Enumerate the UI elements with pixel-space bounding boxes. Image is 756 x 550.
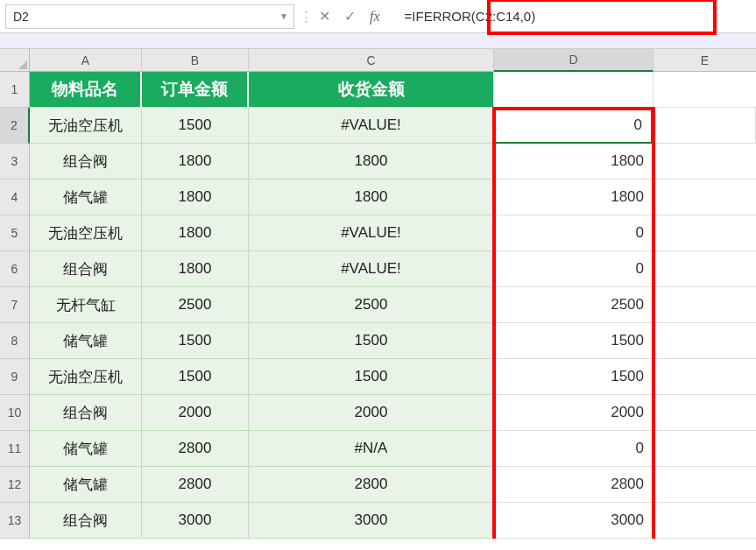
table-header-cell[interactable]: 订单金额	[142, 72, 249, 108]
table-cell-receive-amount[interactable]: 2000	[249, 395, 494, 431]
table-cell-receive-amount[interactable]: #VALUE!	[249, 108, 494, 144]
table-cell-order-amount[interactable]: 1800	[142, 251, 249, 287]
table-cell-receive-amount[interactable]: 1800	[249, 144, 494, 180]
table-header-cell[interactable]: 物料品名	[30, 72, 142, 108]
empty-cell[interactable]	[494, 72, 654, 108]
formula-text: =IFERROR(C2:C14,0)	[405, 9, 536, 24]
table-cell-receive-amount[interactable]: 2500	[249, 287, 494, 323]
row-header[interactable]: 1	[0, 72, 30, 108]
table-cell-receive-amount[interactable]: 1500	[249, 323, 494, 359]
result-cell[interactable]: 2500	[494, 287, 654, 323]
result-cell[interactable]: 0	[494, 431, 654, 467]
col-header-d[interactable]: D	[494, 49, 654, 72]
row-header[interactable]: 4	[0, 180, 30, 215]
column-header-row: A B C D E	[30, 49, 756, 72]
table-cell-receive-amount[interactable]: 1800	[249, 180, 494, 215]
horizontal-ruler	[0, 33, 756, 49]
spreadsheet-grid: 12345678910111213 A B C D E 物料品名订单金额收货金额…	[0, 49, 756, 539]
table-cell-order-amount[interactable]: 1800	[142, 144, 249, 180]
row-header[interactable]: 5	[0, 215, 30, 251]
table-cell-receive-amount[interactable]: #VALUE!	[249, 215, 494, 251]
table-cell-name[interactable]: 组合阀	[30, 503, 142, 539]
row-header[interactable]: 3	[0, 144, 30, 180]
table-cell-name[interactable]: 组合阀	[30, 395, 142, 431]
col-header-e[interactable]: E	[654, 49, 756, 72]
row-header[interactable]: 13	[0, 503, 30, 539]
table-cell-receive-amount[interactable]: 2800	[249, 467, 494, 503]
table-cell-order-amount[interactable]: 1500	[142, 359, 249, 395]
accept-formula-icon[interactable]: ✓	[344, 8, 356, 25]
name-box-value: D2	[13, 10, 29, 24]
table-cell-order-amount[interactable]: 3000	[142, 503, 249, 539]
empty-cell[interactable]	[653, 108, 756, 144]
chevron-down-icon[interactable]: ▼	[279, 11, 288, 21]
row-header[interactable]: 10	[0, 395, 30, 431]
table-cell-order-amount[interactable]: 2800	[142, 467, 249, 503]
table-cell-name[interactable]: 无油空压机	[30, 108, 142, 144]
row-header-column: 12345678910111213	[0, 49, 30, 539]
table-cell-order-amount[interactable]: 2000	[142, 395, 249, 431]
result-cell[interactable]: 1800	[494, 144, 654, 180]
table-cell-order-amount[interactable]: 2500	[142, 287, 249, 323]
name-box[interactable]: D2 ▼	[5, 4, 294, 29]
table-cell-name[interactable]: 储气罐	[30, 431, 142, 467]
row-header[interactable]: 11	[0, 431, 30, 467]
table-cell-receive-amount[interactable]: #VALUE!	[249, 251, 494, 287]
table-cell-receive-amount[interactable]: #N/A	[249, 431, 494, 467]
table-cell-order-amount[interactable]: 1800	[142, 180, 249, 215]
table-cell-name[interactable]: 无油空压机	[30, 215, 142, 251]
row-header[interactable]: 7	[0, 287, 30, 323]
select-all-corner[interactable]	[0, 49, 30, 72]
empty-cell[interactable]	[654, 503, 756, 539]
row-header[interactable]: 2	[0, 108, 30, 144]
row-header[interactable]: 9	[0, 359, 30, 395]
row-header[interactable]: 12	[0, 467, 30, 503]
formula-controls: ✕ ✓ fx	[310, 8, 398, 25]
table-cell-name[interactable]: 组合阀	[30, 144, 142, 180]
col-header-c[interactable]: C	[249, 49, 494, 72]
fx-icon[interactable]: fx	[370, 9, 389, 25]
col-header-b[interactable]: B	[142, 49, 249, 72]
result-cell[interactable]: 1500	[494, 359, 654, 395]
table-cell-order-amount[interactable]: 1800	[142, 215, 249, 251]
empty-cell[interactable]	[654, 323, 756, 359]
result-cell[interactable]: 1500	[494, 323, 654, 359]
formula-input[interactable]: =IFERROR(C2:C14,0)	[398, 4, 756, 29]
table-cell-name[interactable]: 储气罐	[30, 467, 142, 503]
result-cell[interactable]: 2000	[494, 395, 654, 431]
row-header[interactable]: 6	[0, 251, 30, 287]
table-cell-name[interactable]: 组合阀	[30, 251, 142, 287]
result-cell[interactable]: 1800	[494, 180, 654, 215]
table-cell-order-amount[interactable]: 1500	[142, 323, 249, 359]
result-cell[interactable]: 0	[494, 251, 654, 287]
cancel-formula-icon[interactable]: ✕	[319, 8, 330, 25]
result-cell[interactable]: 3000	[494, 503, 654, 539]
table-cell-name[interactable]: 储气罐	[30, 180, 142, 215]
table-cell-name[interactable]: 无油空压机	[30, 359, 142, 395]
empty-cell[interactable]	[654, 180, 756, 215]
empty-cell[interactable]	[654, 395, 756, 431]
empty-cell[interactable]	[654, 144, 756, 180]
empty-cell[interactable]	[654, 72, 756, 108]
empty-cell[interactable]	[654, 359, 756, 395]
empty-cell[interactable]	[654, 431, 756, 467]
result-cell[interactable]: 2800	[494, 467, 654, 503]
col-header-a[interactable]: A	[30, 49, 142, 72]
empty-cell[interactable]	[654, 467, 756, 503]
empty-cell[interactable]	[654, 251, 756, 287]
empty-cell[interactable]	[654, 287, 756, 323]
table-cell-order-amount[interactable]: 1500	[142, 108, 249, 144]
table-cell-receive-amount[interactable]: 3000	[249, 503, 494, 539]
row-header[interactable]: 8	[0, 323, 30, 359]
formula-bar: D2 ▼ ⋮ ✕ ✓ fx =IFERROR(C2:C14,0)	[0, 0, 756, 33]
result-cell[interactable]: 0	[493, 107, 653, 144]
table-cell-receive-amount[interactable]: 1500	[249, 359, 494, 395]
table-cell-order-amount[interactable]: 2800	[142, 431, 249, 467]
table-cell-name[interactable]: 无杆气缸	[30, 287, 142, 323]
result-cell[interactable]: 0	[494, 215, 654, 251]
table-cell-name[interactable]: 储气罐	[30, 323, 142, 359]
empty-cell[interactable]	[654, 215, 756, 251]
table-header-cell[interactable]: 收货金额	[249, 72, 494, 108]
resize-handle-icon[interactable]: ⋮	[300, 9, 310, 25]
